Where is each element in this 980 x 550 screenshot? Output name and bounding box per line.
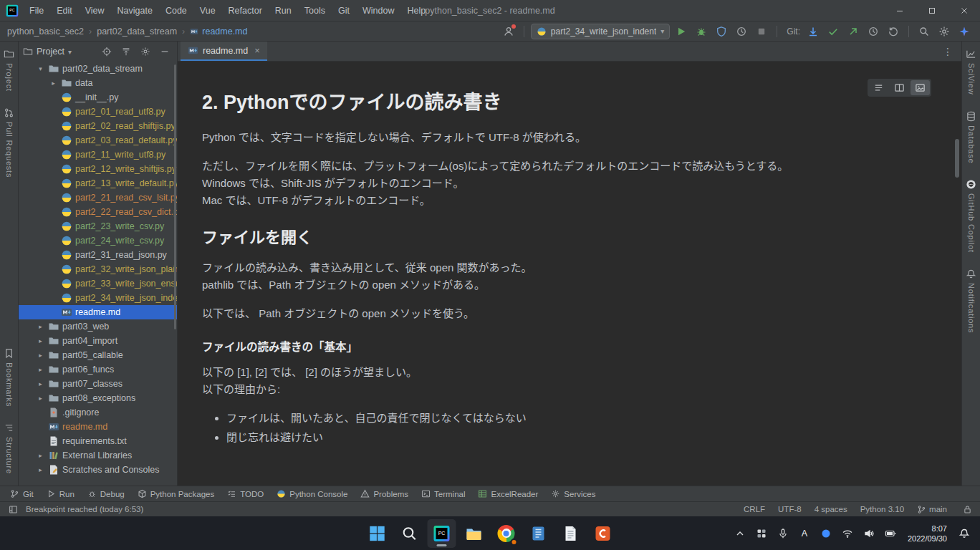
chevron-right-icon[interactable]: ▸ [36, 380, 45, 387]
hide-panel-button[interactable] [157, 44, 173, 59]
tree-item-part02-data-stream[interactable]: ▾part02_data_stream [19, 62, 177, 76]
editor-scrollbar[interactable] [955, 139, 959, 178]
history-button[interactable] [865, 23, 882, 40]
tree-item-readme-md[interactable]: readme.md [19, 305, 177, 319]
show-editor-and-preview-button[interactable] [890, 80, 909, 95]
stop-button[interactable] [753, 23, 770, 40]
lock-button[interactable] [960, 503, 974, 516]
breadcrumb-item-part02-data-stream[interactable]: part02_data_stream [97, 26, 177, 37]
menu-window[interactable]: Window [356, 0, 400, 21]
volume-button[interactable] [859, 523, 879, 544]
wifi-button[interactable] [837, 523, 858, 544]
chevron-right-icon[interactable]: ▸ [36, 323, 45, 330]
tree-item-data[interactable]: ▸data [19, 76, 177, 90]
taskbar-orange-app-button[interactable] [589, 519, 618, 548]
tree-item-requirements-txt[interactable]: requirements.txt [19, 434, 177, 448]
tree-item-init-py[interactable]: __init__.py [19, 90, 177, 105]
tree-item-part2-24-write-csv-py[interactable]: part2_24_write_csv.py [19, 233, 177, 248]
run-config-select[interactable]: part2_34_write_json_indent ▾ [531, 24, 670, 39]
indent-indicator[interactable]: 4 spaces [815, 505, 847, 513]
menu-vue[interactable]: Vue [193, 0, 222, 21]
git-branch-indicator[interactable]: main [917, 505, 947, 514]
tray-widgets-button[interactable] [751, 523, 772, 544]
tray-mic-button[interactable] [773, 523, 793, 544]
tree-item-part07-classes[interactable]: ▸part07_classes [19, 377, 177, 391]
interpreter-indicator[interactable]: Python 3.10 [860, 505, 904, 513]
select-opened-file-button[interactable] [99, 44, 115, 59]
tooltab-python-console[interactable]: Python Console [271, 486, 353, 501]
menu-git[interactable]: Git [332, 0, 356, 21]
menu-tools[interactable]: Tools [298, 0, 332, 21]
rollback-button[interactable] [885, 23, 902, 40]
tree-item-part2-03-read-default-py[interactable]: part2_03_read_default.py [19, 133, 177, 148]
tooltab-problems[interactable]: Problems [355, 486, 414, 501]
minimize-button[interactable] [883, 0, 916, 21]
taskbar-pycharm-button[interactable]: PC [428, 519, 456, 548]
project-tree-scrollbar[interactable] [174, 64, 176, 329]
tree-item-part2-34-write-json-indent-p[interactable]: part2_34_write_json_indent.p [19, 291, 177, 305]
debug-button[interactable] [693, 23, 710, 40]
tray-app-button[interactable] [816, 523, 836, 544]
tree-item-part2-31-read-json-py[interactable]: part2_31_read_json.py [19, 248, 177, 262]
project-view-icon[interactable] [23, 47, 33, 57]
chevron-right-icon[interactable]: ▸ [36, 366, 45, 373]
taskbar-clock[interactable]: 8:07 2022/09/30 [902, 524, 953, 544]
maximize-button[interactable] [916, 0, 948, 21]
toolwindow-bookmarks[interactable]: Bookmarks [4, 348, 14, 407]
battery-button[interactable] [880, 523, 900, 544]
start-button[interactable] [363, 519, 392, 548]
tooltab-services[interactable]: Services [545, 486, 601, 501]
menu-view[interactable]: View [79, 0, 111, 21]
show-preview-button[interactable] [911, 80, 930, 95]
tree-item-part03-web[interactable]: ▸part03_web [19, 319, 177, 334]
close-button[interactable] [948, 0, 980, 21]
profile-button[interactable] [500, 23, 517, 40]
breadcrumb-item-python-basic-sec2[interactable]: python_basic_sec2 [7, 26, 84, 37]
chevron-right-icon[interactable]: ▸ [36, 352, 45, 359]
coverage-button[interactable] [713, 23, 730, 40]
toolwindow-pull-requests[interactable]: Pull Requests [4, 107, 14, 178]
close-tab-icon[interactable]: × [254, 45, 260, 56]
chevron-right-icon[interactable]: ▸ [36, 466, 45, 473]
tooltab-debug[interactable]: Debug [82, 486, 130, 501]
ai-assistant-button[interactable] [956, 23, 973, 40]
chevron-right-icon[interactable]: ▸ [36, 337, 45, 344]
tree-item-gitignore[interactable]: .gitignore [19, 405, 177, 420]
tree-item-part2-23-write-csv-py[interactable]: part2_23_write_csv.py [19, 219, 177, 233]
tooltab-run[interactable]: Run [41, 486, 80, 501]
tree-item-part2-02-read-shiftjis-py[interactable]: part2_02_read_shiftjis.py [19, 119, 177, 133]
toolwindow-project[interactable]: Project [4, 49, 14, 92]
tab-readme-md[interactable]: readme.md × [181, 42, 267, 61]
encoding-indicator[interactable]: UTF-8 [778, 505, 802, 513]
taskbar-search-button[interactable] [395, 519, 424, 548]
tree-item-part05-callable[interactable]: ▸part05_callable [19, 348, 177, 362]
taskbar-chrome-button[interactable] [492, 519, 521, 548]
taskbar-notebook-button[interactable] [524, 519, 553, 548]
menu-edit[interactable]: Edit [50, 0, 79, 21]
tree-item-part2-01-read-utf8-py[interactable]: part2_01_read_utf8.py [19, 105, 177, 119]
toolwindow-quick-access-button[interactable] [6, 503, 20, 516]
chevron-right-icon[interactable]: ▸ [36, 395, 45, 402]
ime-indicator[interactable]: A [794, 523, 815, 544]
menu-file[interactable]: File [23, 0, 50, 21]
run-button[interactable] [673, 23, 690, 40]
tree-item-readme-md[interactable]: readme.md [19, 420, 177, 434]
tooltab-excelreader[interactable]: ExcelReader [472, 486, 544, 501]
tree-item-part06-funcs[interactable]: ▸part06_funcs [19, 362, 177, 377]
tree-item-part2-12-write-shiftjis-py[interactable]: part2_12_write_shiftjis.py [19, 162, 177, 176]
collapse-all-button[interactable] [118, 44, 134, 59]
tree-item-part2-21-read-csv-lsit-py[interactable]: part2_21_read_csv_lsit.py [19, 190, 177, 205]
tree-item-external-libraries[interactable]: ▸External Libraries [19, 448, 177, 463]
tooltab-git[interactable]: Git [4, 486, 39, 501]
menu-run[interactable]: Run [269, 0, 298, 21]
project-panel-title[interactable]: Project [37, 47, 64, 57]
toolwindow-sciview[interactable]: SciView [966, 49, 976, 95]
tree-item-scratches-and-consoles[interactable]: ▸Scratches and Consoles [19, 463, 177, 477]
tree-item-part2-33-write-json-ensure[interactable]: part2_33_write_json_ensure_ [19, 276, 177, 291]
tab-options-icon[interactable]: ⋮ [934, 42, 961, 61]
notification-center-button[interactable] [954, 523, 974, 544]
tree-item-part04-import[interactable]: ▸part04_import [19, 334, 177, 348]
toolwindow-github-copilot[interactable]: GitHub Copilot [966, 179, 976, 253]
chevron-right-icon[interactable]: ▸ [36, 452, 45, 459]
tree-item-part2-13-write-default-py[interactable]: part2_13_write_default.py [19, 176, 177, 190]
